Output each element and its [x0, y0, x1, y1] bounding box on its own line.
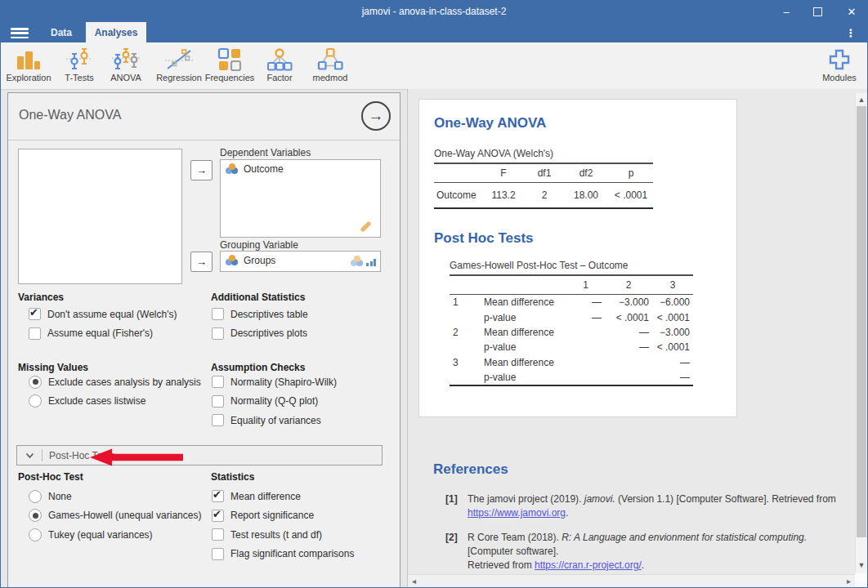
- checkbox-don-t-assume-equal-welch-s[interactable]: Don't assume equal (Welch's): [29, 305, 177, 324]
- column-header: df2: [563, 163, 609, 183]
- maximize-icon: [813, 7, 822, 16]
- ribbon-frequencies[interactable]: Frequencies: [206, 47, 253, 87]
- scroll-right-icon[interactable]: ▸: [847, 577, 851, 586]
- checkbox-mean-difference[interactable]: Mean difference: [212, 487, 354, 506]
- scroll-down-icon[interactable]: ▼: [856, 562, 867, 569]
- table-cell: [566, 355, 605, 370]
- radio-icon[interactable]: [29, 528, 42, 541]
- radio-games-howell-unequal-variances[interactable]: Games-Howell (unequal variances): [29, 506, 201, 526]
- ribbon-regression[interactable]: Regression: [151, 47, 207, 87]
- reference-segment: [Computer software].: [468, 546, 558, 557]
- radio-icon[interactable]: [29, 509, 42, 522]
- reference-segment: The jamovi project (2019).: [468, 493, 584, 505]
- section-additional-statistics: Additional Statistics: [211, 292, 305, 303]
- radio-none[interactable]: None: [29, 487, 201, 506]
- anova-results-table: Fdf1df2pOutcome113.2218.00< .0001: [434, 163, 653, 209]
- assign-grouping-button[interactable]: →: [190, 252, 213, 272]
- checkbox-descriptives-table[interactable]: Descriptives table: [212, 305, 308, 324]
- checkbox-icon[interactable]: [212, 548, 224, 560]
- checkbox-equality-of-variances[interactable]: Equality of variances: [212, 411, 337, 430]
- separator: [42, 449, 43, 461]
- nominal-cluster-icon: [226, 163, 238, 175]
- checkbox-icon[interactable]: [212, 510, 224, 522]
- checkbox-assume-equal-fisher-s[interactable]: Assume equal (Fisher's): [29, 324, 177, 344]
- column-header: 1: [566, 275, 605, 295]
- ribbon-modules[interactable]: Modules: [817, 47, 861, 87]
- grouping-variable-box[interactable]: Groups: [220, 251, 381, 272]
- option-label: Games-Howell (unequal variances): [48, 510, 201, 521]
- horizontal-scrollbar[interactable]: ◂ ▸: [408, 574, 855, 587]
- posthoc-collapse-header[interactable]: Post-Hoc Tests: [16, 445, 383, 466]
- dependent-variables-box[interactable]: Outcome: [220, 159, 381, 238]
- option-label: Mean difference: [230, 491, 301, 502]
- radio-tukey-equal-variances[interactable]: Tukey (equal variances): [29, 525, 201, 545]
- checkbox-icon[interactable]: [29, 308, 41, 320]
- section-missing-values: Missing Values: [18, 362, 88, 373]
- tab-data[interactable]: Data: [37, 22, 86, 42]
- overflow-menu-button[interactable]: ⋮: [843, 24, 859, 41]
- checkbox-normality-shapiro-wilk[interactable]: Normality (Shapiro-Wilk): [212, 372, 337, 392]
- ribbon-factor[interactable]: Factor: [257, 47, 302, 87]
- minimize-button[interactable]: –: [772, 1, 800, 22]
- checkbox-icon[interactable]: [212, 376, 224, 388]
- section-statistics: Statistics: [211, 471, 254, 483]
- checkbox-normality-q-q-plot[interactable]: Normality (Q-Q plot): [212, 392, 337, 412]
- table-cell: [450, 310, 481, 324]
- minimize-icon: –: [783, 6, 789, 18]
- available-variables-list[interactable]: [18, 149, 182, 284]
- checkbox-icon[interactable]: [212, 414, 224, 426]
- scrollbar-thumb[interactable]: [857, 106, 866, 537]
- ribbon-medmod[interactable]: medmod: [305, 47, 356, 87]
- vertical-scrollbar[interactable]: ▲ ▼: [855, 93, 867, 587]
- column-header: [450, 275, 481, 295]
- arrow-right-icon: →: [196, 256, 207, 268]
- checkbox-icon[interactable]: [212, 528, 224, 541]
- table-cell: [450, 370, 481, 385]
- collapse-panel-button[interactable]: →: [361, 101, 391, 131]
- checkbox-icon[interactable]: [212, 308, 224, 320]
- reference-item: [2]R Core Team (2018). R: A Language and…: [445, 531, 843, 572]
- checkbox-icon[interactable]: [212, 327, 224, 340]
- maximize-button[interactable]: [803, 1, 831, 22]
- radio-exclude-cases-analysis-by-analysis[interactable]: Exclude cases analysis by analysis: [29, 372, 201, 392]
- checkbox-descriptives-plots[interactable]: Descriptives plots: [212, 324, 308, 344]
- checkbox-icon[interactable]: [212, 490, 224, 502]
- checkbox-icon[interactable]: [29, 327, 41, 340]
- table-cell: Outcome: [434, 183, 481, 209]
- table-cell: < .0001: [652, 340, 693, 354]
- reference-item: [1]The jamovi project (2019). jamovi. (V…: [445, 492, 843, 520]
- checkbox-flag-significant-comparisons[interactable]: Flag significant comparisons: [212, 545, 354, 564]
- table-row: 1Mean difference—−3.000−6.000: [450, 295, 693, 310]
- variable-item-outcome[interactable]: Outcome: [221, 160, 380, 178]
- reference-link[interactable]: https://cran.r-project.org/: [535, 559, 642, 571]
- table-cell: —: [605, 325, 652, 340]
- radio-icon[interactable]: [29, 490, 42, 503]
- nominal-cluster-icon: [226, 255, 238, 266]
- tab-analyses[interactable]: Analyses: [86, 22, 146, 42]
- radio-icon[interactable]: [29, 376, 42, 389]
- scroll-up-icon[interactable]: ▲: [856, 96, 867, 104]
- section-variances: Variances: [18, 292, 64, 303]
- radio-icon[interactable]: [29, 394, 42, 408]
- nominal-cluster-icon: [351, 256, 363, 267]
- dependent-variables-label: Dependent Variables: [220, 147, 311, 158]
- results-page: One-Way ANOVA One-Way ANOVA (Welch's) Fd…: [418, 99, 737, 417]
- scrollbar-corner: [855, 573, 867, 587]
- checkbox-test-results-t-and-df[interactable]: Test results (t and df): [212, 525, 354, 545]
- option-label: Exclude cases listwise: [48, 395, 145, 407]
- close-button[interactable]: ✕: [838, 1, 866, 22]
- assign-dependent-button[interactable]: →: [190, 160, 213, 180]
- reference-text: R Core Team (2018). R: A Language and en…: [468, 531, 843, 572]
- table-cell: −6.000: [652, 295, 693, 310]
- scroll-left-icon[interactable]: ◂: [412, 577, 416, 586]
- reference-link[interactable]: https://www.jamovi.org: [468, 507, 566, 519]
- checkbox-icon[interactable]: [212, 395, 224, 408]
- table-cell: —: [605, 340, 652, 354]
- radio-exclude-cases-listwise[interactable]: Exclude cases listwise: [29, 392, 201, 412]
- ribbon-exploration[interactable]: Exploration: [3, 47, 54, 87]
- ribbon-t-tests[interactable]: T-Tests: [56, 47, 102, 87]
- menu-button[interactable]: [11, 28, 29, 41]
- ribbon-anova[interactable]: ANOVA: [104, 47, 148, 87]
- checkbox-report-significance[interactable]: Report significance: [212, 506, 354, 526]
- anova-table-title: One-Way ANOVA (Welch's): [434, 148, 653, 159]
